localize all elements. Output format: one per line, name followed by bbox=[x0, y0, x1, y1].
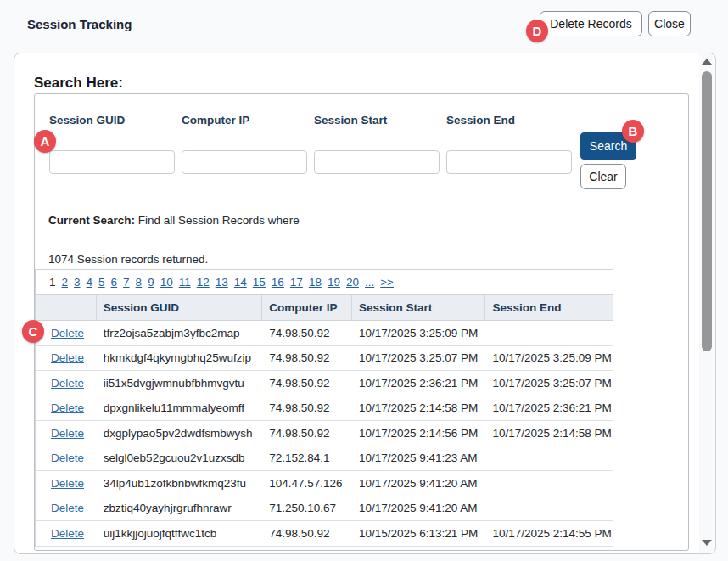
page-link-5[interactable]: 5 bbox=[98, 276, 105, 289]
cell-session-start: 10/17/2025 3:25:09 PM bbox=[352, 321, 486, 345]
page-link-15[interactable]: 15 bbox=[253, 276, 266, 289]
header-session-start: Session Start bbox=[352, 295, 486, 320]
session-end-input[interactable] bbox=[446, 150, 572, 174]
page-link-17[interactable]: 17 bbox=[290, 276, 303, 289]
page-link-9[interactable]: 9 bbox=[148, 276, 154, 289]
table-row: Deleteuij1kkjjojuojfqtffwc1tcb74.98.50.9… bbox=[36, 521, 613, 547]
cell-session-end: 10/17/2025 2:14:55 PM bbox=[485, 521, 613, 546]
cell-computer-ip: 74.98.50.92 bbox=[262, 321, 352, 345]
page-link-20[interactable]: 20 bbox=[346, 276, 359, 289]
table-row: Deleteii51x5dvgjwmnubfbhmvgvtu74.98.50.9… bbox=[36, 371, 613, 396]
computer-ip-input[interactable] bbox=[182, 150, 307, 174]
search-results-box: Session GUID Computer IP Session Start S… bbox=[34, 93, 689, 551]
page-link-3[interactable]: 3 bbox=[74, 276, 81, 289]
delete-link[interactable]: Delete bbox=[51, 351, 84, 364]
page-link-2[interactable]: 2 bbox=[62, 276, 69, 289]
delete-cell: Delete bbox=[36, 496, 97, 521]
cell-computer-ip: 74.98.50.92 bbox=[262, 346, 352, 371]
page-link-11[interactable]: 11 bbox=[179, 276, 191, 289]
delete-cell: Delete bbox=[36, 471, 97, 496]
clear-button[interactable]: Clear bbox=[580, 164, 626, 189]
delete-cell: Delete bbox=[36, 346, 97, 371]
cell-session-guid: ii51x5dvgjwmnubfbhmvgvtu bbox=[97, 371, 262, 396]
delete-link[interactable]: Delete bbox=[51, 477, 84, 490]
cell-session-start: 10/17/2025 9:41:20 AM bbox=[352, 496, 486, 521]
cell-computer-ip: 74.98.50.92 bbox=[262, 396, 352, 421]
cell-session-end bbox=[485, 446, 613, 471]
field-session-guid: Session GUID bbox=[49, 114, 175, 126]
table-header-row: Session GUID Computer IP Session Start S… bbox=[36, 295, 613, 321]
cell-session-end bbox=[485, 321, 613, 345]
cell-session-start: 10/17/2025 2:14:56 PM bbox=[352, 421, 486, 446]
field-session-end: Session End bbox=[446, 114, 572, 126]
page-next-link[interactable]: >> bbox=[380, 276, 394, 289]
page-link-12[interactable]: 12 bbox=[197, 276, 210, 289]
page-link-16[interactable]: 16 bbox=[272, 276, 284, 289]
header-session-end: Session End bbox=[485, 295, 613, 320]
cell-session-guid: 34lp4ub1zofkbnbwfkmq23fu bbox=[97, 471, 262, 496]
cell-session-end: 10/17/2025 3:25:07 PM bbox=[485, 371, 613, 396]
page-current: 1 bbox=[49, 276, 56, 289]
records-returned-text: 1074 Session records returned. bbox=[48, 253, 208, 266]
current-search-label: Current Search: bbox=[48, 214, 135, 227]
session-end-label: Session End bbox=[446, 114, 572, 126]
cell-session-guid: zbztiq40yayhjrgrufhnrawr bbox=[97, 496, 262, 521]
page-link-14[interactable]: 14 bbox=[234, 276, 247, 289]
page-title: Session Tracking bbox=[27, 17, 132, 31]
computer-ip-label: Computer IP bbox=[182, 114, 307, 126]
session-start-input[interactable] bbox=[314, 150, 440, 174]
cell-computer-ip: 74.98.50.92 bbox=[262, 521, 352, 546]
page-link-13[interactable]: 13 bbox=[216, 276, 228, 289]
search-here-heading: Search Here: bbox=[34, 75, 123, 92]
delete-link[interactable]: Delete bbox=[51, 452, 84, 464]
table-row: Deletetfrz2ojsa5zabjm3yfbc2map74.98.50.9… bbox=[36, 321, 613, 346]
page-link-19[interactable]: 19 bbox=[328, 276, 340, 289]
delete-link[interactable]: Delete bbox=[51, 527, 84, 540]
header-session-guid: Session GUID bbox=[97, 295, 262, 320]
delete-cell: Delete bbox=[36, 396, 97, 421]
delete-link[interactable]: Delete bbox=[51, 427, 84, 440]
scroll-up-icon[interactable] bbox=[702, 59, 712, 65]
table-row: Delete34lp4ub1zofkbnbwfkmq23fu104.47.57.… bbox=[36, 471, 613, 496]
close-button[interactable]: Close bbox=[648, 11, 691, 36]
cell-session-guid: hkmkdgf4qkymgbhq25wufzip bbox=[97, 346, 262, 371]
page-link-10[interactable]: 10 bbox=[160, 276, 173, 289]
pagination: 1 234567891011121314151617181920...>> bbox=[35, 269, 613, 295]
annotation-badge-a: A bbox=[34, 130, 56, 153]
cell-session-guid: dpxgnlikelu11mmmalyeomff bbox=[97, 396, 262, 421]
page-link-4[interactable]: 4 bbox=[87, 276, 93, 289]
annotation-badge-b: B bbox=[622, 120, 644, 143]
scrollbar-thumb[interactable] bbox=[702, 71, 712, 351]
page-ellipsis-link[interactable]: ... bbox=[365, 276, 374, 289]
annotation-badge-d: D bbox=[526, 20, 548, 42]
cell-session-guid: selgl0eb52gcuou2v1uzxsdb bbox=[97, 446, 262, 471]
cell-session-start: 10/17/2025 3:25:07 PM bbox=[352, 346, 486, 371]
delete-cell: Delete bbox=[36, 521, 97, 546]
delete-records-button[interactable]: Delete Records bbox=[540, 11, 642, 36]
cell-session-start: 10/17/2025 9:41:20 AM bbox=[352, 471, 486, 496]
cell-session-start: 10/17/2025 2:14:58 PM bbox=[352, 396, 486, 421]
table-row: Deletedpxgnlikelu11mmmalyeomff74.98.50.9… bbox=[36, 396, 613, 422]
delete-link[interactable]: Delete bbox=[51, 327, 84, 339]
page-link-7[interactable]: 7 bbox=[123, 276, 130, 289]
field-session-start: Session Start bbox=[314, 114, 440, 126]
page-link-8[interactable]: 8 bbox=[136, 276, 143, 289]
delete-link[interactable]: Delete bbox=[51, 502, 84, 514]
table-row: Deletezbztiq40yayhjrgrufhnrawr71.250.10.… bbox=[36, 496, 613, 522]
delete-link[interactable]: Delete bbox=[51, 401, 84, 414]
delete-cell: Delete bbox=[36, 421, 97, 446]
cell-session-end bbox=[485, 471, 613, 496]
page-link-18[interactable]: 18 bbox=[309, 276, 322, 289]
session-start-label: Session Start bbox=[314, 114, 440, 126]
scroll-down-icon[interactable] bbox=[702, 540, 712, 546]
session-guid-input[interactable] bbox=[49, 150, 175, 174]
page-link-6[interactable]: 6 bbox=[111, 276, 118, 289]
table-body: Deletetfrz2ojsa5zabjm3yfbc2map74.98.50.9… bbox=[36, 321, 613, 547]
header-delete-col bbox=[36, 295, 97, 320]
table-row: Deletehkmkdgf4qkymgbhq25wufzip74.98.50.9… bbox=[36, 346, 613, 372]
cell-session-start: 10/17/2025 9:41:23 AM bbox=[352, 446, 486, 471]
cell-session-end bbox=[485, 496, 613, 521]
delete-link[interactable]: Delete bbox=[51, 377, 84, 390]
cell-session-guid: dxgplypao5pv2dwdfsmbwysh bbox=[97, 421, 262, 446]
cell-session-guid: uij1kkjjojuojfqtffwc1tcb bbox=[97, 521, 262, 546]
